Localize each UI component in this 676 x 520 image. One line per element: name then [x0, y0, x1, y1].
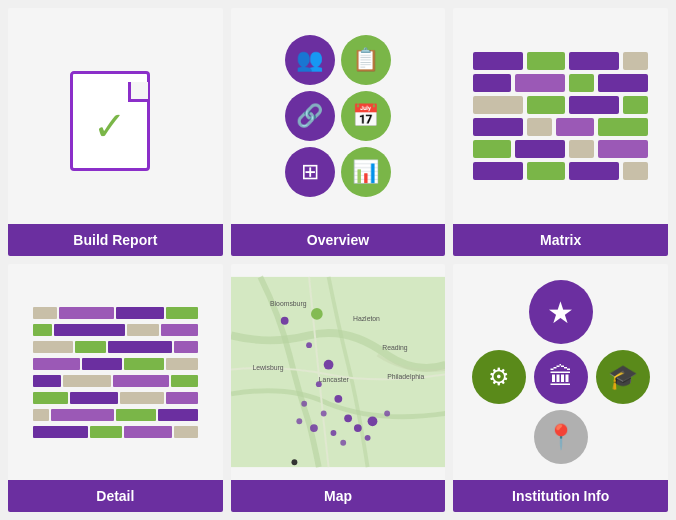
detail-bar-row: [33, 426, 198, 438]
svg-point-10: [354, 424, 362, 432]
pin-icon: 📍: [546, 423, 576, 451]
build-report-card[interactable]: ✓ Build Report: [8, 8, 223, 256]
detail-bars: [28, 302, 203, 443]
detail-seg: [108, 341, 172, 353]
gear-icon: ⚙: [488, 363, 510, 391]
building-icon: 🏛: [549, 363, 573, 391]
overview-card[interactable]: 👥 📋 🔗 📅 ⊞ 📊: [231, 8, 446, 256]
pin-circle: 📍: [534, 410, 588, 464]
matrix-cell: [473, 140, 511, 158]
detail-seg: [33, 375, 62, 387]
svg-point-17: [311, 308, 323, 320]
detail-seg: [33, 307, 57, 319]
detail-seg: [127, 324, 159, 336]
detail-seg: [120, 392, 165, 404]
overview-icon-chart: 📊: [341, 147, 391, 197]
detail-seg: [90, 426, 122, 438]
document-shape: ✓: [70, 71, 150, 171]
matrix-cell: [569, 74, 594, 92]
detail-bar-row: [33, 392, 198, 404]
svg-text:Bloomsburg: Bloomsburg: [270, 300, 307, 308]
map-card[interactable]: Bloomsburg Hazleton Reading Philadelphia…: [231, 264, 446, 512]
institution-info-card[interactable]: ★ ⚙ 🏛 🎓 📍: [453, 264, 668, 512]
detail-seg: [171, 375, 198, 387]
matrix-cell: [515, 140, 565, 158]
matrix-cell: [569, 52, 619, 70]
map-content: Bloomsburg Hazleton Reading Philadelphia…: [231, 264, 446, 480]
detail-seg: [174, 341, 198, 353]
svg-point-1: [280, 317, 288, 325]
matrix-cell: [569, 140, 594, 158]
detail-seg: [82, 358, 122, 370]
chart-icon: 📊: [352, 159, 379, 185]
detail-seg: [70, 392, 118, 404]
svg-point-11: [364, 435, 370, 441]
detail-seg: [116, 409, 156, 421]
matrix-cell: [556, 118, 594, 136]
detail-seg: [166, 307, 198, 319]
matrix-cell: [527, 118, 552, 136]
svg-point-7: [344, 414, 352, 422]
matrix-cell: [473, 118, 523, 136]
detail-seg: [33, 358, 81, 370]
matrix-row: [473, 96, 648, 114]
svg-point-12: [367, 416, 377, 426]
svg-point-6: [320, 411, 326, 417]
detail-seg: [33, 341, 73, 353]
svg-text:Hazleton: Hazleton: [353, 315, 380, 322]
matrix-label: Matrix: [453, 224, 668, 256]
matrix-cell: [598, 118, 648, 136]
svg-point-13: [384, 411, 390, 417]
matrix-card[interactable]: Matrix: [453, 8, 668, 256]
svg-point-2: [306, 342, 312, 348]
svg-point-24: [291, 459, 297, 465]
matrix-cell: [623, 52, 648, 70]
detail-bar-row: [33, 341, 198, 353]
svg-rect-0: [231, 277, 446, 467]
svg-text:Lewisburg: Lewisburg: [252, 364, 283, 372]
graduation-icon: 🎓: [608, 363, 638, 391]
matrix-row: [473, 52, 648, 70]
matrix-cell: [598, 140, 648, 158]
detail-card[interactable]: Detail: [8, 264, 223, 512]
doc-corner: [128, 82, 148, 102]
calendar-icon: 📅: [352, 103, 379, 129]
detail-seg: [124, 358, 164, 370]
svg-text:Lancaster: Lancaster: [318, 376, 349, 383]
matrix-cell: [569, 162, 619, 180]
svg-point-16: [310, 424, 318, 432]
detail-seg: [59, 307, 115, 319]
detail-seg: [161, 324, 198, 336]
overview-icons: 👥 📋 🔗 📅 ⊞ 📊: [285, 35, 391, 197]
matrix-cell: [473, 74, 511, 92]
overview-icon-grid: ⊞: [285, 147, 335, 197]
matrix-cell: [569, 96, 619, 114]
detail-seg: [33, 409, 49, 421]
detail-seg: [166, 358, 198, 370]
detail-bar-row: [33, 324, 198, 336]
gear-circle: ⚙: [472, 350, 526, 404]
detail-seg: [116, 307, 164, 319]
matrix-cell: [623, 162, 648, 180]
detail-bar-row: [33, 375, 198, 387]
institution-icons: ★ ⚙ 🏛 🎓 📍: [472, 280, 650, 464]
matrix-cell: [473, 162, 523, 180]
detail-content: [8, 264, 223, 480]
svg-point-3: [323, 360, 333, 370]
matrix-cell: [515, 74, 565, 92]
overview-icon-calendar: 📅: [341, 91, 391, 141]
checkmark-icon: ✓: [93, 106, 127, 146]
matrix-cell: [473, 52, 523, 70]
matrix-row: [473, 140, 648, 158]
detail-seg: [33, 426, 89, 438]
matrix-row: [473, 118, 648, 136]
svg-text:Philadelphia: Philadelphia: [387, 373, 424, 381]
overview-label: Overview: [231, 224, 446, 256]
graduation-circle: 🎓: [596, 350, 650, 404]
overview-icon-book: 📋: [341, 35, 391, 85]
build-report-label: Build Report: [8, 224, 223, 256]
institution-info-label: Institution Info: [453, 480, 668, 512]
matrix-row: [473, 162, 648, 180]
detail-seg: [51, 409, 115, 421]
detail-seg: [33, 392, 68, 404]
